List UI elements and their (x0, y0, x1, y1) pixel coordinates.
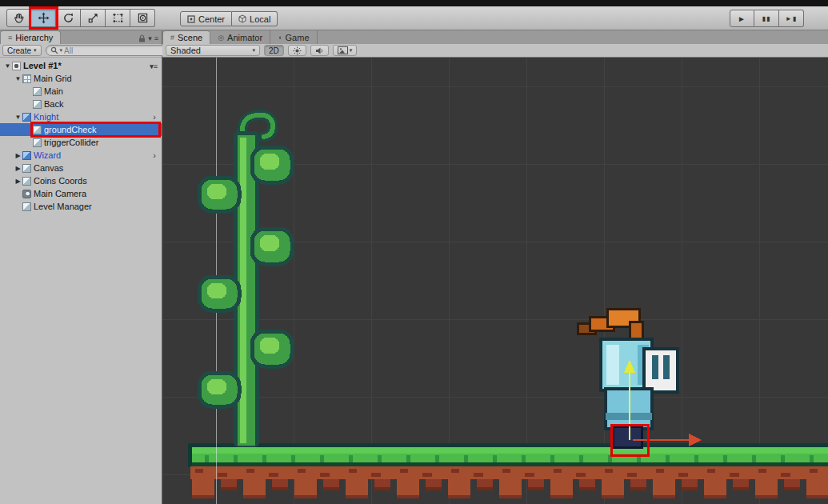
search-icon (50, 46, 58, 54)
tree-row[interactable]: Main Camera (0, 187, 162, 200)
tree-row[interactable]: ▼ Main Grid (0, 72, 162, 85)
object-icon (22, 74, 31, 83)
pivot-label: Center (198, 14, 225, 24)
scene-grid (162, 58, 828, 504)
object-icon (22, 177, 31, 186)
object-icon (33, 87, 42, 96)
item-label: Main (44, 86, 63, 96)
panel-dropdown-icon[interactable]: ▾ (148, 34, 152, 42)
scene-canvas[interactable] (162, 58, 828, 504)
step-button[interactable]: ►▮ (779, 10, 804, 27)
disclosure-arrow[interactable]: ▼ (3, 62, 12, 70)
item-label: Level Manager (34, 202, 92, 211)
hierarchy-tab-icon: ≡ (8, 34, 12, 42)
transform-tool-button[interactable] (130, 9, 155, 27)
item-label: Canvas (34, 163, 63, 173)
create-button[interactable]: Create ▾ (2, 45, 42, 56)
rect-tool-button[interactable] (106, 9, 130, 27)
panel-tab[interactable]: # Scene (162, 30, 210, 44)
render-mode-dropdown[interactable]: Shaded ▾ (166, 45, 260, 56)
pause-icon: ▮▮ (762, 15, 771, 22)
hierarchy-tabbar: ≡ Hierarchy ▾ ≡ (0, 30, 162, 44)
tree-row[interactable]: ▼ Knight › (0, 110, 162, 123)
tab-label: Animator (227, 33, 262, 42)
hand-tool-button[interactable] (6, 9, 31, 27)
step-icon: ►▮ (786, 15, 797, 22)
create-label: Create (7, 46, 31, 55)
scene-menu-icon[interactable]: ▾≡ (150, 61, 162, 70)
lighting-toggle-button[interactable] (288, 45, 306, 56)
tree-row[interactable]: Back (0, 98, 162, 110)
prefab-chevron-icon[interactable]: › (153, 150, 162, 160)
play-button[interactable]: ► (730, 10, 754, 27)
scene-viewport[interactable] (162, 58, 828, 504)
panel-tab[interactable]: ◎ Animator (210, 30, 270, 44)
hierarchy-toolbar: Create ▾ ▾ (0, 44, 162, 58)
tree-row[interactable]: groundCheck (0, 123, 162, 136)
object-icon (22, 164, 31, 173)
audio-toggle-button[interactable] (310, 45, 329, 56)
panel-menu-icon[interactable]: ≡ (154, 34, 158, 42)
tree-row[interactable]: Level Manager (0, 200, 162, 213)
disclosure-arrow[interactable]: ▶ (14, 152, 22, 159)
object-icon (22, 151, 31, 160)
disclosure-arrow[interactable]: ▶ (14, 178, 22, 185)
lock-icon[interactable] (138, 34, 146, 42)
scale-tool-button[interactable] (81, 9, 106, 27)
tree-row[interactable]: ▶ Coins Coords (0, 174, 162, 187)
space-label: Local (250, 14, 270, 24)
item-label: Main Camera (34, 189, 86, 198)
toggle-2d-button[interactable]: 2D (264, 45, 284, 56)
ground-platform[interactable] (188, 443, 828, 504)
prefab-chevron-icon[interactable]: › (153, 112, 162, 122)
search-input[interactable] (64, 46, 170, 55)
scene-panel: # Scene ◎ Animator ◖ Game Shaded ▾ 2D ▾ (162, 30, 828, 504)
scene-name: Level #1* (23, 61, 62, 70)
play-icon: ► (738, 14, 746, 23)
main-toolbar: Center Local ► ▮▮ ►▮ (0, 6, 828, 30)
panel-tab[interactable]: ◖ Game (270, 30, 317, 44)
hierarchy-items: ▼ Main Grid Main Back ▼ (0, 72, 162, 213)
rotate-tool-button[interactable] (56, 9, 81, 27)
item-label: Knight (34, 112, 58, 122)
tree-row[interactable]: Main (0, 85, 162, 98)
move-tool-button[interactable] (31, 9, 56, 27)
object-icon (22, 190, 31, 198)
tab-hierarchy[interactable]: ≡ Hierarchy (0, 30, 61, 44)
tree-row[interactable]: triggerCollider (0, 136, 162, 149)
move-icon (38, 12, 50, 24)
item-label: Coins Coords (34, 176, 87, 186)
disclosure-arrow[interactable]: ▼ (14, 75, 22, 82)
tree-row[interactable]: ▶ Wizard › (0, 149, 162, 162)
tab-label: Scene (178, 33, 202, 42)
audio-speaker-icon (315, 46, 324, 55)
lighting-sun-icon (293, 46, 302, 55)
tab-icon: ◖ (278, 34, 282, 42)
scene-view-toolbar: Shaded ▾ 2D ▾ (162, 44, 828, 58)
toggle-2d-label: 2D (269, 46, 279, 55)
scene-tabbar: # Scene ◎ Animator ◖ Game (162, 30, 828, 44)
pivot-center-button[interactable]: Center (180, 11, 232, 26)
render-mode-dropdown-icon: ▾ (252, 47, 255, 54)
pause-button[interactable]: ▮▮ (754, 10, 779, 27)
tab-icon: # (170, 34, 174, 42)
scale-icon (87, 12, 99, 24)
create-dropdown-icon: ▾ (34, 47, 37, 54)
playback-controls: ► ▮▮ ►▮ (730, 10, 804, 27)
space-local-button[interactable]: Local (232, 11, 278, 26)
transform-icon (137, 12, 149, 24)
effects-dropdown-button[interactable]: ▾ (333, 45, 358, 56)
item-label: Wizard (34, 150, 61, 160)
item-label: triggerCollider (44, 138, 98, 147)
effects-image-icon (338, 46, 348, 54)
tree-row[interactable]: ▶ Canvas (0, 162, 162, 174)
scene-header-row[interactable]: ▼ Level #1* ▾≡ (0, 59, 162, 72)
disclosure-arrow[interactable]: ▼ (14, 114, 22, 121)
unity-scene-icon (12, 62, 21, 70)
object-icon (33, 126, 42, 134)
disclosure-arrow[interactable]: ▶ (14, 165, 22, 172)
search-filter-dropdown-icon[interactable]: ▾ (60, 47, 63, 54)
scene-menu-hamburger-icon: ≡ (154, 62, 158, 70)
object-icon (22, 113, 31, 122)
search-field[interactable]: ▾ (46, 45, 175, 56)
